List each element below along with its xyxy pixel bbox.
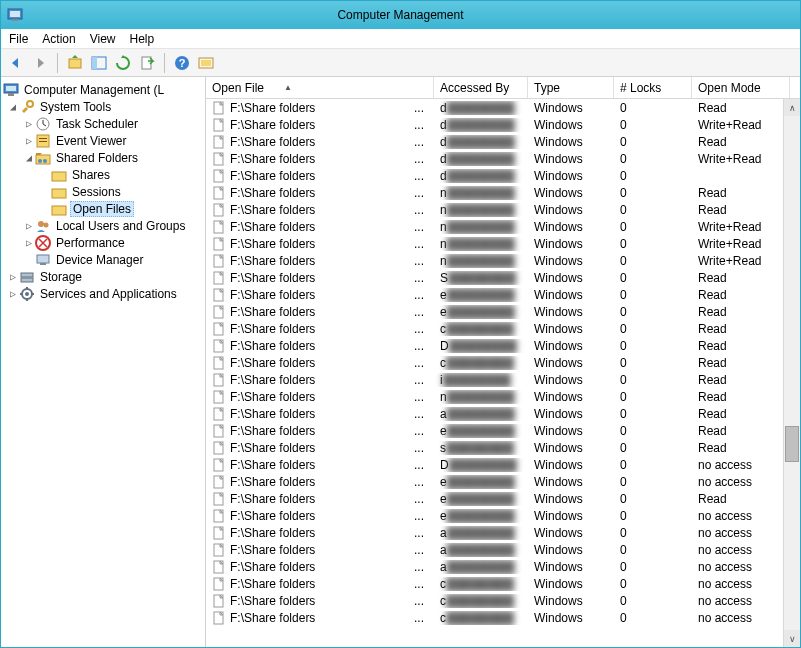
cell-open-mode: Read — [692, 441, 790, 455]
collapse-icon[interactable]: ◢ — [23, 152, 35, 163]
show-hide-tree-button[interactable] — [88, 52, 110, 74]
svg-rect-23 — [52, 189, 66, 198]
tree-device-manager[interactable]: Device Manager — [3, 251, 203, 268]
titlebar[interactable]: Computer Management — [1, 1, 800, 29]
scroll-up-button[interactable]: ∧ — [784, 99, 800, 116]
table-row[interactable]: F:\Share folders...e████████Windows0Read — [206, 303, 800, 320]
tree-system-tools[interactable]: ◢ System Tools — [3, 98, 203, 115]
tree-event-viewer[interactable]: ▷ Event Viewer — [3, 132, 203, 149]
disconnect-button[interactable] — [195, 52, 217, 74]
tree-performance[interactable]: ▷ Performance — [3, 234, 203, 251]
column-open-mode[interactable]: Open Mode — [692, 77, 790, 98]
table-row[interactable]: F:\Share folders...D████████Windows0no a… — [206, 456, 800, 473]
table-row[interactable]: F:\Share folders...a████████Windows0no a… — [206, 541, 800, 558]
expand-icon[interactable]: ▷ — [23, 220, 35, 231]
column-type[interactable]: Type — [528, 77, 614, 98]
tree-sessions[interactable]: Sessions — [3, 183, 203, 200]
expand-icon[interactable]: ▷ — [7, 271, 19, 282]
table-row[interactable]: F:\Share folders...a████████Windows0no a… — [206, 524, 800, 541]
vertical-scrollbar[interactable]: ∧ ∨ — [783, 99, 800, 647]
table-row[interactable]: F:\Share folders...i████████Windows0Read — [206, 371, 800, 388]
table-row[interactable]: F:\Share folders...n████████Windows0Writ… — [206, 218, 800, 235]
expand-icon[interactable]: ▷ — [23, 118, 35, 129]
table-row[interactable]: F:\Share folders...d████████Windows0Read — [206, 133, 800, 150]
menu-view[interactable]: View — [90, 32, 116, 46]
list-body[interactable]: F:\Share folders...d████████Windows0Read… — [206, 99, 800, 647]
table-row[interactable]: F:\Share folders...n████████Windows0Writ… — [206, 252, 800, 269]
table-row[interactable]: F:\Share folders...a████████Windows0Read — [206, 405, 800, 422]
tree-root[interactable]: Computer Management (L — [3, 81, 203, 98]
file-icon — [212, 577, 226, 591]
cell-open-file: F:\Share folders... — [206, 220, 434, 234]
cell-open-mode: Write+Read — [692, 254, 790, 268]
cell-open-file: F:\Share folders... — [206, 118, 434, 132]
collapse-icon[interactable]: ◢ — [7, 101, 19, 112]
table-row[interactable]: F:\Share folders...c████████Windows0no a… — [206, 609, 800, 626]
cell-open-mode: no access — [692, 611, 790, 625]
cell-type: Windows — [528, 152, 614, 166]
refresh-button[interactable] — [112, 52, 134, 74]
tree-shares[interactable]: Shares — [3, 166, 203, 183]
table-row[interactable]: F:\Share folders...n████████Windows0Read — [206, 388, 800, 405]
export-button[interactable] — [136, 52, 158, 74]
table-row[interactable]: F:\Share folders...e████████Windows0Read — [206, 286, 800, 303]
cell-accessed-by: e████████ — [434, 288, 528, 302]
up-button[interactable] — [64, 52, 86, 74]
table-row[interactable]: F:\Share folders...e████████Windows0Read — [206, 490, 800, 507]
cell-open-file: F:\Share folders... — [206, 288, 434, 302]
table-row[interactable]: F:\Share folders...e████████Windows0Read — [206, 422, 800, 439]
tree-open-files[interactable]: Open Files — [3, 200, 203, 217]
table-row[interactable]: F:\Share folders...c████████Windows0Read — [206, 320, 800, 337]
scroll-down-button[interactable]: ∨ — [784, 630, 800, 647]
forward-button[interactable] — [29, 52, 51, 74]
menubar: File Action View Help — [1, 29, 800, 49]
tree-local-users[interactable]: ▷ Local Users and Groups — [3, 217, 203, 234]
cell-open-mode: Read — [692, 339, 790, 353]
menu-help[interactable]: Help — [130, 32, 155, 46]
table-row[interactable]: F:\Share folders...e████████Windows0no a… — [206, 473, 800, 490]
column-locks[interactable]: # Locks — [614, 77, 692, 98]
table-row[interactable]: F:\Share folders...d████████Windows0Writ… — [206, 150, 800, 167]
tree-task-scheduler[interactable]: ▷ Task Scheduler — [3, 115, 203, 132]
table-row[interactable]: F:\Share folders...n████████Windows0Read — [206, 184, 800, 201]
expand-icon[interactable]: ▷ — [7, 288, 19, 299]
menu-file[interactable]: File — [9, 32, 28, 46]
cell-open-file: F:\Share folders... — [206, 237, 434, 251]
table-row[interactable]: F:\Share folders...d████████Windows0Writ… — [206, 116, 800, 133]
file-icon — [212, 169, 226, 183]
menu-action[interactable]: Action — [42, 32, 75, 46]
table-row[interactable]: F:\Share folders...c████████Windows0no a… — [206, 592, 800, 609]
table-row[interactable]: F:\Share folders...n████████Windows0Read — [206, 201, 800, 218]
tree-services-apps[interactable]: ▷ Services and Applications — [3, 285, 203, 302]
cell-open-mode: Read — [692, 322, 790, 336]
back-button[interactable] — [5, 52, 27, 74]
table-row[interactable]: F:\Share folders...D████████Windows0Read — [206, 337, 800, 354]
tree-label: Shares — [70, 168, 112, 182]
tree-storage[interactable]: ▷ Storage — [3, 268, 203, 285]
cell-locks: 0 — [614, 390, 692, 404]
column-open-file[interactable]: Open File▲ — [206, 77, 434, 98]
table-row[interactable]: F:\Share folders...c████████Windows0Read — [206, 354, 800, 371]
tree-shared-folders[interactable]: ◢ Shared Folders — [3, 149, 203, 166]
file-icon — [212, 271, 226, 285]
table-row[interactable]: F:\Share folders...c████████Windows0no a… — [206, 575, 800, 592]
expand-icon[interactable]: ▷ — [23, 237, 35, 248]
table-row[interactable]: F:\Share folders...d████████Windows0 — [206, 167, 800, 184]
table-row[interactable]: F:\Share folders...a████████Windows0no a… — [206, 558, 800, 575]
file-icon — [212, 475, 226, 489]
expand-icon[interactable]: ▷ — [23, 135, 35, 146]
column-accessed-by[interactable]: Accessed By — [434, 77, 528, 98]
cell-accessed-by: d████████ — [434, 118, 528, 132]
tree-label: Local Users and Groups — [54, 219, 187, 233]
table-row[interactable]: F:\Share folders...n████████Windows0Writ… — [206, 235, 800, 252]
svg-point-33 — [25, 292, 29, 296]
file-icon — [212, 322, 226, 336]
table-row[interactable]: F:\Share folders...S████████Windows0Read — [206, 269, 800, 286]
table-row[interactable]: F:\Share folders...d████████Windows0Read — [206, 99, 800, 116]
table-row[interactable]: F:\Share folders...s████████Windows0Read — [206, 439, 800, 456]
help-button[interactable]: ? — [171, 52, 193, 74]
navigation-tree[interactable]: Computer Management (L ◢ System Tools ▷ … — [1, 77, 206, 647]
scroll-track[interactable] — [784, 116, 800, 630]
table-row[interactable]: F:\Share folders...e████████Windows0no a… — [206, 507, 800, 524]
scroll-thumb[interactable] — [785, 426, 799, 462]
